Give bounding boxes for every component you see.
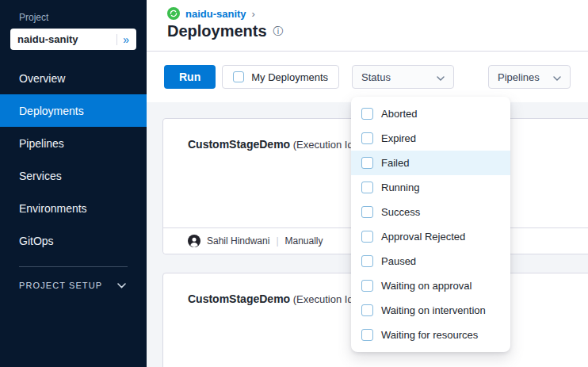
status-dropdown-menu: Aborted Expired Failed Running Success A… bbox=[351, 97, 510, 352]
project-setup-label: PROJECT SETUP bbox=[19, 281, 102, 290]
title-row: Deployments ⓘ bbox=[167, 22, 588, 40]
sidebar-item-label: GitOps bbox=[19, 235, 54, 247]
status-option-approval-rejected[interactable]: Approval Rejected bbox=[351, 224, 510, 249]
chevron-down-icon bbox=[553, 70, 561, 84]
status-option-label: Success bbox=[381, 206, 420, 218]
pipelines-filter-label: Pipelines bbox=[498, 71, 540, 83]
double-chevron-icon: » bbox=[116, 34, 129, 45]
deployment-owner: Sahil Hindwani bbox=[207, 235, 269, 247]
checkbox-icon[interactable] bbox=[361, 255, 373, 267]
status-option-label: Waiting on intervention bbox=[381, 304, 486, 316]
run-button[interactable]: Run bbox=[164, 65, 216, 89]
status-option-label: Failed bbox=[381, 157, 409, 169]
app-window: Project naidu-sanity » Overview Deployme… bbox=[0, 0, 588, 367]
checkbox-icon[interactable] bbox=[361, 206, 373, 218]
pipeline-name: CustomStageDemo bbox=[188, 292, 290, 305]
status-option-label: Paused bbox=[381, 255, 416, 267]
sidebar-item-gitops[interactable]: GitOps bbox=[0, 224, 147, 257]
sidebar: Project naidu-sanity » Overview Deployme… bbox=[0, 0, 147, 367]
status-option-expired[interactable]: Expired bbox=[351, 126, 510, 151]
execution-id-text: (Execution Id bbox=[293, 293, 353, 305]
page-header: naidu-sanity › Deployments ⓘ bbox=[147, 0, 588, 52]
checkbox-icon[interactable] bbox=[361, 304, 373, 316]
sidebar-item-label: Services bbox=[19, 170, 62, 182]
checkbox-icon[interactable] bbox=[361, 329, 373, 341]
status-option-label: Aborted bbox=[381, 108, 418, 120]
sidebar-nav: Overview Deployments Pipelines Services … bbox=[0, 62, 147, 257]
checkbox-icon[interactable] bbox=[361, 132, 373, 144]
toolbar: Run My Deployments Status Pipelines bbox=[147, 52, 588, 102]
status-option-label: Waiting for resources bbox=[381, 329, 478, 341]
status-option-waiting-for-resources[interactable]: Waiting for resources bbox=[351, 323, 510, 347]
breadcrumb-project-link[interactable]: naidu-sanity bbox=[185, 8, 246, 20]
sidebar-item-label: Environments bbox=[19, 202, 87, 215]
status-option-waiting-on-approval[interactable]: Waiting on approval bbox=[351, 273, 510, 298]
my-deployments-toggle[interactable]: My Deployments bbox=[222, 65, 339, 89]
project-setup-toggle[interactable]: PROJECT SETUP bbox=[0, 267, 147, 290]
project-label: Project bbox=[19, 12, 128, 23]
sidebar-item-services[interactable]: Services bbox=[0, 159, 147, 192]
status-filter-label: Status bbox=[361, 71, 391, 83]
checkbox-icon[interactable] bbox=[361, 108, 373, 120]
my-deployments-label: My Deployments bbox=[251, 71, 328, 83]
execution-id-text: (Execution Id bbox=[293, 139, 353, 151]
status-option-success[interactable]: Success bbox=[351, 200, 510, 224]
checkbox-icon[interactable] bbox=[361, 280, 373, 292]
cd-module-icon bbox=[167, 7, 180, 20]
info-icon[interactable]: ⓘ bbox=[273, 25, 284, 39]
my-deployments-checkbox[interactable] bbox=[233, 71, 244, 82]
status-option-label: Expired bbox=[381, 132, 416, 144]
chevron-down-icon bbox=[117, 281, 126, 290]
checkbox-icon[interactable] bbox=[361, 231, 373, 243]
checkbox-icon[interactable] bbox=[361, 182, 373, 193]
chevron-down-icon bbox=[437, 70, 445, 84]
sidebar-item-deployments[interactable]: Deployments bbox=[0, 94, 147, 127]
project-selector[interactable]: naidu-sanity » bbox=[10, 29, 136, 50]
status-option-aborted[interactable]: Aborted bbox=[351, 101, 510, 126]
sidebar-item-overview[interactable]: Overview bbox=[0, 62, 147, 94]
status-option-paused[interactable]: Paused bbox=[351, 249, 510, 273]
main-panel: naidu-sanity › Deployments ⓘ Run My Depl… bbox=[147, 0, 588, 367]
checkbox-icon[interactable] bbox=[361, 157, 373, 169]
sidebar-item-label: Overview bbox=[19, 72, 65, 85]
project-name: naidu-sanity bbox=[17, 33, 116, 45]
deployment-trigger: Manually bbox=[285, 235, 323, 247]
user-avatar-icon bbox=[188, 235, 200, 247]
page-title: Deployments bbox=[167, 22, 267, 40]
status-option-failed[interactable]: Failed bbox=[351, 151, 510, 175]
sidebar-item-environments[interactable]: Environments bbox=[0, 192, 147, 224]
sidebar-item-pipelines[interactable]: Pipelines bbox=[0, 127, 147, 159]
status-option-label: Running bbox=[381, 182, 419, 193]
breadcrumb-separator: › bbox=[252, 8, 255, 20]
status-option-running[interactable]: Running bbox=[351, 175, 510, 200]
status-option-label: Waiting on approval bbox=[381, 280, 472, 292]
footer-separator: | bbox=[276, 235, 278, 247]
status-option-waiting-on-intervention[interactable]: Waiting on intervention bbox=[351, 298, 510, 323]
sidebar-item-label: Deployments bbox=[19, 105, 84, 117]
breadcrumb: naidu-sanity › bbox=[167, 7, 588, 20]
status-filter-dropdown[interactable]: Status bbox=[352, 65, 454, 89]
pipeline-name: CustomStageDemo bbox=[188, 138, 290, 151]
pipelines-filter-dropdown[interactable]: Pipelines bbox=[488, 65, 571, 89]
sidebar-item-label: Pipelines bbox=[19, 137, 64, 150]
status-option-label: Approval Rejected bbox=[381, 231, 465, 243]
